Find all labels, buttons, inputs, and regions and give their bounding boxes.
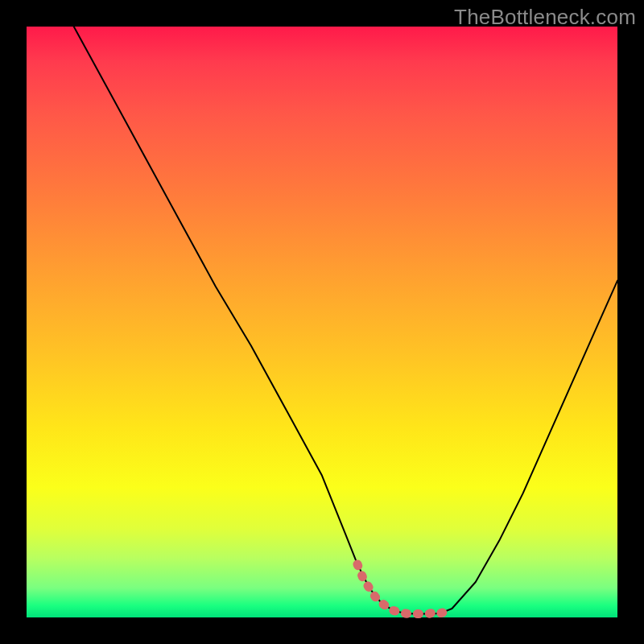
chart-container: TheBottleneck.com	[0, 0, 644, 644]
bottleneck-curve-line	[74, 27, 617, 614]
plot-area	[27, 27, 617, 617]
chart-svg	[27, 27, 617, 617]
minimum-highlight-line	[357, 564, 452, 614]
watermark-text: TheBottleneck.com	[454, 5, 636, 30]
